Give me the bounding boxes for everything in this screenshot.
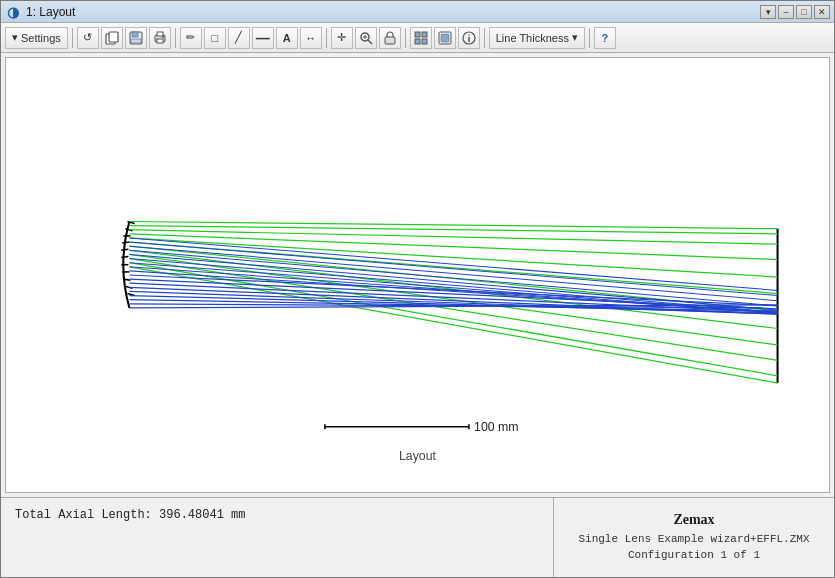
pencil-btn[interactable]: ✏ [180, 27, 202, 49]
line-btn[interactable]: ╱ [228, 27, 250, 49]
copy-to-clipboard-btn[interactable] [101, 27, 123, 49]
em-dash-btn[interactable]: — [252, 27, 274, 49]
svg-point-21 [468, 34, 470, 36]
axial-length-label: Total Axial Length: [15, 508, 152, 522]
window-icon: ◑ [5, 4, 21, 20]
separator-3 [326, 28, 327, 48]
svg-rect-4 [131, 39, 141, 43]
separator-4 [405, 28, 406, 48]
bottom-left-panel: Total Axial Length: 396.48041 mm [1, 498, 554, 577]
content-area: 100 mm Layout [1, 53, 834, 497]
file-info-line1: Single Lens Example wizard+EFFL.ZMX [578, 533, 809, 545]
info-btn[interactable] [458, 27, 480, 49]
svg-rect-6 [157, 32, 163, 36]
title-bar-controls: ▾ – □ ✕ [760, 5, 830, 19]
h-arrow-btn[interactable]: ↔ [300, 27, 322, 49]
svg-text:Layout: Layout [399, 449, 437, 463]
axial-length-info: Total Axial Length: 396.48041 mm [15, 508, 245, 522]
svg-line-29 [121, 256, 128, 257]
title-bar: ◑ 1: Layout ▾ – □ ✕ [1, 1, 834, 23]
separator-6 [589, 28, 590, 48]
settings-label: Settings [21, 32, 61, 44]
save-btn[interactable] [125, 27, 147, 49]
close-button[interactable]: ✕ [814, 5, 830, 19]
bottom-panel: Total Axial Length: 396.48041 mm Zemax S… [1, 497, 834, 577]
grid-view-btn[interactable] [410, 27, 432, 49]
settings-chevron-icon: ▾ [12, 31, 18, 44]
svg-rect-3 [132, 32, 138, 37]
zoom-btn[interactable] [355, 27, 377, 49]
separator-2 [175, 28, 176, 48]
window-title: 1: Layout [26, 5, 75, 19]
file-info-line2: Configuration 1 of 1 [628, 549, 760, 561]
svg-rect-19 [441, 34, 449, 42]
bottom-right-panel: Zemax Single Lens Example wizard+EFFL.ZM… [554, 498, 834, 577]
toolbar: ▾ Settings ↺ ✏ [1, 23, 834, 53]
zemax-file-info: Single Lens Example wizard+EFFL.ZMX Conf… [578, 532, 809, 563]
line-thickness-label: Line Thickness [496, 32, 569, 44]
settings-button[interactable]: ▾ Settings [5, 27, 68, 49]
separator-5 [484, 28, 485, 48]
svg-rect-1 [109, 32, 118, 42]
help-btn[interactable]: ? [594, 27, 616, 49]
svg-line-10 [368, 40, 372, 44]
pan-btn[interactable]: ✛ [331, 27, 353, 49]
svg-text:100 mm: 100 mm [474, 420, 519, 434]
line-thickness-chevron-icon: ▾ [572, 31, 578, 44]
svg-rect-15 [422, 32, 427, 37]
export-btn[interactable] [434, 27, 456, 49]
title-bar-left: ◑ 1: Layout [5, 4, 75, 20]
optical-canvas-wrapper: 100 mm Layout [5, 57, 830, 493]
main-window: ◑ 1: Layout ▾ – □ ✕ ▾ Settings ↺ [0, 0, 835, 578]
line-thickness-button[interactable]: Line Thickness ▾ [489, 27, 585, 49]
axial-length-value: 396.48041 mm [159, 508, 245, 522]
svg-rect-16 [415, 39, 420, 44]
restore-button[interactable]: □ [796, 5, 812, 19]
svg-rect-13 [385, 37, 395, 44]
refresh-btn[interactable]: ↺ [77, 27, 99, 49]
lock-btn[interactable] [379, 27, 401, 49]
rect-btn[interactable]: □ [204, 27, 226, 49]
pin-button[interactable]: ▾ [760, 5, 776, 19]
svg-point-8 [162, 36, 164, 38]
text-A-btn[interactable]: A [276, 27, 298, 49]
minimize-button[interactable]: – [778, 5, 794, 19]
optical-layout-svg: 100 mm Layout [6, 58, 829, 492]
zemax-brand: Zemax [673, 512, 714, 528]
print-btn[interactable] [149, 27, 171, 49]
svg-rect-17 [422, 39, 427, 44]
svg-rect-7 [157, 39, 163, 43]
separator-1 [72, 28, 73, 48]
svg-rect-14 [415, 32, 420, 37]
